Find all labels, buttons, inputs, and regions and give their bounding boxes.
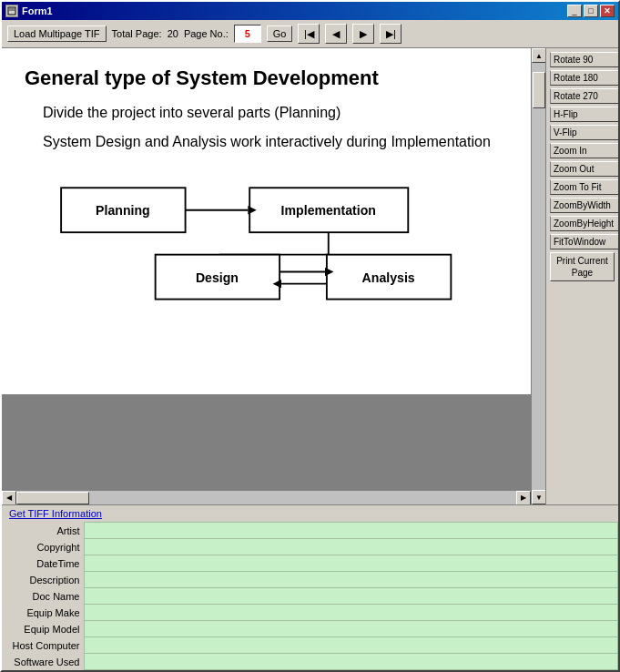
scroll-h-thumb[interactable] [16,492,89,504]
rotate270-button[interactable]: Rotate 270 [550,88,618,104]
window-icon [5,5,18,17]
info-value-2[interactable] [84,555,618,572]
info-value-8[interactable] [84,654,618,670]
zoom-to-fit-button[interactable]: Zoom To Fit [550,179,618,195]
system-diagram: Planning Implementation [39,162,494,308]
info-row: Equip Make [2,605,618,621]
info-label-4: Doc Name [2,588,84,605]
info-row: Artist [2,523,618,539]
doc-bullet-2: System Design and Analysis work interact… [43,132,508,152]
total-page-label: Total Page: [112,28,162,39]
info-label-5: Equip Make [2,605,84,621]
info-label-8: Software Used [2,654,84,670]
document-scroll-area[interactable]: General type of System Development Divid… [2,48,531,490]
info-row: Software Used [2,654,618,670]
svg-rect-1 [9,8,15,11]
info-label-0: Artist [2,523,84,539]
scroll-v-track[interactable] [532,63,545,490]
main-content: General type of System Development Divid… [2,48,618,504]
tiff-info-table: Artist Copyright DateTime Description Do… [2,522,618,670]
zoom-by-width-button[interactable]: ZoomByWidth [550,198,618,213]
info-row: Equip Model [2,621,618,637]
info-value-4[interactable] [84,588,618,605]
zoom-out-button[interactable]: Zoom Out [550,161,618,177]
rotate90-button[interactable]: Rotate 90 [550,52,618,67]
svg-text:Planning: Planning [96,203,150,218]
viewer-main: General type of System Development Divid… [2,48,531,504]
info-label-6: Equip Model [2,621,84,637]
page-no-label: Page No.: [184,28,229,39]
info-value-3[interactable] [84,572,618,588]
info-label-7: Host Computer [2,637,84,654]
info-value-6[interactable] [84,621,618,637]
info-value-0[interactable] [84,523,618,539]
info-value-1[interactable] [84,539,618,555]
scroll-v-thumb[interactable] [533,72,545,108]
bottom-panel: Get TIFF Information Artist Copyright Da… [2,504,618,670]
window-title: Form1 [22,5,53,16]
right-panel: Rotate 90 Rotate 180 Rotate 270 H-Flip V… [545,48,618,504]
load-tif-button[interactable]: Load Multipage TIF [7,25,107,42]
get-tiff-info-link[interactable]: Get TIFF Information [2,505,618,522]
info-label-1: Copyright [2,539,84,555]
maximize-button[interactable]: □ [584,5,598,17]
page-number-input[interactable] [234,25,261,43]
info-row: Description [2,572,618,588]
total-pages-value: 20 [168,28,178,39]
nav-next-button[interactable]: ▶ [352,24,374,44]
document-content: General type of System Development Divid… [2,48,531,394]
minimize-button[interactable]: _ [567,5,582,17]
hflip-button[interactable]: H-Flip [550,107,618,122]
vertical-scrollbar: ▲ ▼ [531,48,545,504]
nav-prev-button[interactable]: ◀ [325,24,347,44]
close-button[interactable]: ✕ [600,5,615,17]
vflip-button[interactable]: V-Flip [550,125,618,140]
scroll-up-button[interactable]: ▲ [532,48,545,63]
svg-text:Design: Design [195,270,238,285]
svg-text:Analysis: Analysis [361,270,414,285]
zoom-by-height-button[interactable]: ZoomByHeight [550,216,618,231]
print-current-page-button[interactable]: Print Current Page [550,252,615,281]
main-window: Form1 _ □ ✕ Load Multipage TIF Total Pag… [0,0,620,672]
scroll-h-track[interactable] [16,491,516,505]
svg-text:Implementation: Implementation [280,203,375,218]
scroll-left-button[interactable]: ◀ [2,491,16,505]
viewer-container: General type of System Development Divid… [2,48,545,504]
title-bar: Form1 _ □ ✕ [2,2,618,20]
info-row: Host Computer [2,637,618,654]
rotate180-button[interactable]: Rotate 180 [550,70,618,86]
horizontal-scrollbar: ◀ ▶ [2,490,531,504]
info-label-2: DateTime [2,555,84,572]
info-row: Copyright [2,539,618,555]
info-value-7[interactable] [84,637,618,654]
info-row: Doc Name [2,588,618,605]
info-row: DateTime [2,555,618,572]
doc-bullet-1: Divide the project into several parts (P… [43,103,508,123]
scroll-down-button[interactable]: ▼ [532,490,545,504]
zoom-in-button[interactable]: Zoom In [550,143,618,158]
nav-last-button[interactable]: ▶| [380,24,401,44]
nav-first-button[interactable]: |◀ [298,24,320,44]
info-value-5[interactable] [84,605,618,621]
info-label-3: Description [2,572,84,588]
scroll-right-button[interactable]: ▶ [516,491,531,505]
go-button[interactable]: Go [267,25,293,42]
fit-to-window-button[interactable]: FitToWindow [550,234,618,249]
document-title: General type of System Development [25,66,508,90]
toolbar: Load Multipage TIF Total Page: 20 Page N… [2,20,618,48]
